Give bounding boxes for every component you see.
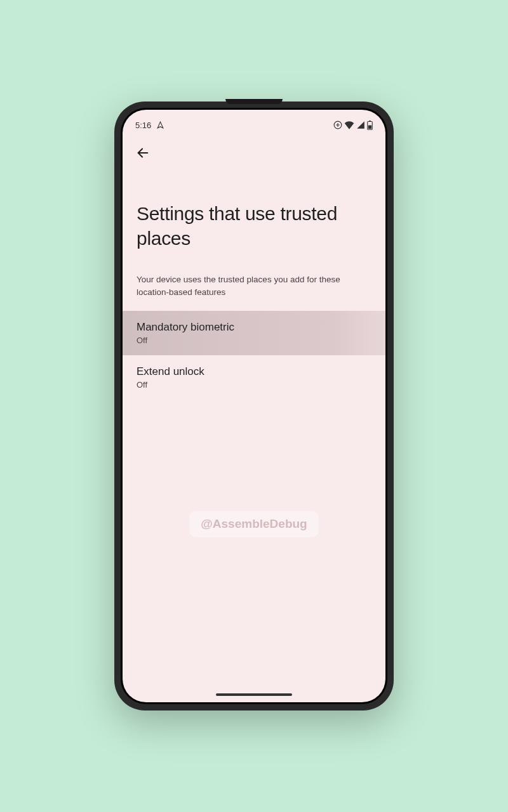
phone-bezel: 5:16 <box>121 108 387 704</box>
arrow-left-icon <box>136 146 150 160</box>
setting-item-status: Off <box>137 336 371 345</box>
phone-frame: 5:16 <box>114 102 394 710</box>
content-area: Settings that use trusted places Your de… <box>123 201 385 400</box>
setting-item-title: Mandatory biometric <box>137 321 371 334</box>
status-bar-right <box>333 121 373 130</box>
phone-notch <box>225 99 283 104</box>
setting-item-status: Off <box>137 380 371 390</box>
svg-rect-3 <box>368 125 371 129</box>
svg-rect-2 <box>369 121 371 122</box>
status-bar: 5:16 <box>123 115 385 135</box>
setting-item-title: Extend unlock <box>137 365 371 378</box>
gesture-nav-bar[interactable] <box>216 693 292 696</box>
wifi-icon <box>344 121 354 129</box>
navigation-icon <box>156 121 164 129</box>
toolbar <box>123 135 385 171</box>
setting-extend-unlock[interactable]: Extend unlock Off <box>123 355 385 400</box>
watermark: @AssembleDebug <box>189 511 318 537</box>
screen: 5:16 <box>123 110 385 702</box>
setting-mandatory-biometric[interactable]: Mandatory biometric Off <box>123 311 385 355</box>
data-saver-icon <box>333 121 342 129</box>
status-time: 5:16 <box>135 121 151 130</box>
page-description: Your device uses the trusted places you … <box>137 273 371 298</box>
signal-icon <box>356 121 365 129</box>
battery-icon <box>367 121 373 130</box>
back-button[interactable] <box>134 144 152 162</box>
page-title: Settings that use trusted places <box>137 201 371 251</box>
status-bar-left: 5:16 <box>135 121 164 130</box>
